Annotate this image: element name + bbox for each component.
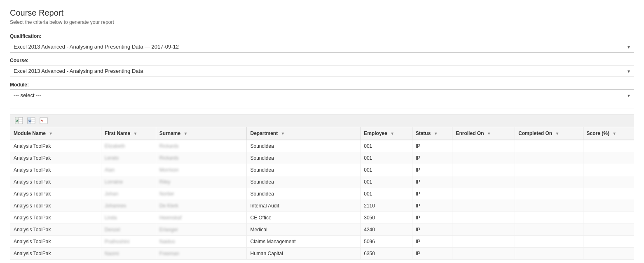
cell-module_name: Analysis ToolPak xyxy=(10,176,101,188)
cell-first_name: Alan xyxy=(101,164,156,176)
cell-score xyxy=(583,164,634,176)
filter-icon-module[interactable]: ▼ xyxy=(49,131,53,136)
cell-first_name: Prathoshini xyxy=(101,236,156,248)
filter-icon-department[interactable]: ▼ xyxy=(281,131,285,136)
qualification-select[interactable]: Excel 2013 Advanced - Analysing and Pres… xyxy=(10,41,634,53)
cell-module_name: Analysis ToolPak xyxy=(10,236,101,248)
cell-first_name: Linda xyxy=(101,212,156,224)
cell-department: Internal Audit xyxy=(247,200,361,212)
cell-module_name: Analysis ToolPak xyxy=(10,224,101,236)
table-row: Analysis ToolPakPrathoshiniNaidooClaims … xyxy=(10,236,634,248)
cell-status: IP xyxy=(412,140,452,152)
cell-score xyxy=(583,140,634,152)
cell-department: Soundidea xyxy=(247,140,361,152)
cell-enrolled_on xyxy=(452,140,515,152)
data-table-container: Module Name ▼ First Name ▼ Surname ▼ Dep… xyxy=(10,127,634,260)
cell-first_name: Lerato xyxy=(101,152,156,164)
col-header-department: Department ▼ xyxy=(247,127,361,140)
cell-score xyxy=(583,212,634,224)
module-section: Module: --- select --- xyxy=(10,82,634,101)
filter-icon-surname[interactable]: ▼ xyxy=(184,131,188,136)
filter-icon-enrolled[interactable]: ▼ xyxy=(487,131,491,136)
table-row: Analysis ToolPakDenzelErlangerMedical424… xyxy=(10,224,634,236)
col-header-employee: Employee ▼ xyxy=(361,127,412,140)
module-select-wrapper[interactable]: --- select --- xyxy=(10,89,634,101)
cell-status: IP xyxy=(412,200,452,212)
cell-score xyxy=(583,176,634,188)
cell-enrolled_on xyxy=(452,236,515,248)
cell-completed_on xyxy=(515,152,583,164)
table-row: Analysis ToolPakAlanMorrisonSoundidea001… xyxy=(10,164,634,176)
course-select-wrapper[interactable]: Excel 2013 Advanced - Analysing and Pres… xyxy=(10,65,634,77)
cell-score xyxy=(583,224,634,236)
cell-status: IP xyxy=(412,224,452,236)
module-select[interactable]: --- select --- xyxy=(10,89,634,101)
cell-enrolled_on xyxy=(452,212,515,224)
cell-module_name: Analysis ToolPak xyxy=(10,140,101,152)
col-header-enrolled: Enrolled On ▼ xyxy=(452,127,515,140)
export-pdf-icon[interactable]: ✎ xyxy=(39,117,48,124)
qualification-select-wrapper[interactable]: Excel 2013 Advanced - Analysing and Pres… xyxy=(10,41,634,53)
cell-surname: De Klerk xyxy=(156,200,247,212)
col-header-module: Module Name ▼ xyxy=(10,127,101,140)
cell-module_name: Analysis ToolPak xyxy=(10,200,101,212)
filter-icon-firstname[interactable]: ▼ xyxy=(133,131,137,136)
page-title: Course Report xyxy=(10,8,634,18)
module-label: Module: xyxy=(10,82,634,88)
cell-module_name: Analysis ToolPak xyxy=(10,152,101,164)
cell-module_name: Analysis ToolPak xyxy=(10,212,101,224)
table-row: Analysis ToolPakLindaHeemskafCE Office30… xyxy=(10,212,634,224)
cell-completed_on xyxy=(515,164,583,176)
cell-score xyxy=(583,248,634,260)
cell-enrolled_on xyxy=(452,176,515,188)
table-row: Analysis ToolPakLorraineRileySoundidea00… xyxy=(10,176,634,188)
page-container: Course Report Select the criteria below … xyxy=(0,0,644,263)
cell-completed_on xyxy=(515,248,583,260)
cell-score xyxy=(583,188,634,200)
export-word-icon[interactable]: W xyxy=(27,117,36,124)
table-row: Analysis ToolPakNaomiFreemanHuman Capita… xyxy=(10,248,634,260)
cell-department: Human Capital xyxy=(247,248,361,260)
filter-icon-status[interactable]: ▼ xyxy=(434,131,438,136)
svg-text:X: X xyxy=(16,119,19,123)
export-excel-icon[interactable]: X xyxy=(14,117,23,124)
course-section: Course: Excel 2013 Advanced - Analysing … xyxy=(10,58,634,77)
cell-surname: Nortier xyxy=(156,188,247,200)
cell-status: IP xyxy=(412,248,452,260)
cell-employee: 001 xyxy=(361,176,412,188)
cell-surname: Rickards xyxy=(156,152,247,164)
cell-surname: Heemskaf xyxy=(156,212,247,224)
course-select[interactable]: Excel 2013 Advanced - Analysing and Pres… xyxy=(10,65,634,77)
cell-employee: 001 xyxy=(361,152,412,164)
table-body: Analysis ToolPakElizabethRickardsSoundid… xyxy=(10,140,634,260)
filter-icon-completed[interactable]: ▼ xyxy=(555,131,559,136)
col-header-surname: Surname ▼ xyxy=(156,127,247,140)
cell-surname: Morrison xyxy=(156,164,247,176)
cell-completed_on xyxy=(515,188,583,200)
table-row: Analysis ToolPakLeratoRickardsSoundidea0… xyxy=(10,152,634,164)
cell-module_name: Analysis ToolPak xyxy=(10,164,101,176)
cell-enrolled_on xyxy=(452,164,515,176)
cell-employee: 6350 xyxy=(361,248,412,260)
cell-department: CE Office xyxy=(247,212,361,224)
cell-status: IP xyxy=(412,188,452,200)
cell-completed_on xyxy=(515,140,583,152)
cell-surname: Erlanger xyxy=(156,224,247,236)
cell-employee: 2110 xyxy=(361,200,412,212)
cell-first_name: Lorraine xyxy=(101,176,156,188)
cell-employee: 4240 xyxy=(361,224,412,236)
table-header-row: Module Name ▼ First Name ▼ Surname ▼ Dep… xyxy=(10,127,634,140)
section-divider xyxy=(10,109,634,109)
cell-surname: Freeman xyxy=(156,248,247,260)
cell-status: IP xyxy=(412,212,452,224)
col-header-completed: Completed On ▼ xyxy=(515,127,583,140)
cell-enrolled_on xyxy=(452,248,515,260)
svg-text:✎: ✎ xyxy=(41,119,43,122)
filter-icon-score[interactable]: ▼ xyxy=(612,131,616,136)
qualification-section: Qualification: Excel 2013 Advanced - Ana… xyxy=(10,33,634,53)
cell-department: Soundidea xyxy=(247,152,361,164)
cell-module_name: Analysis ToolPak xyxy=(10,188,101,200)
cell-employee: 001 xyxy=(361,164,412,176)
course-label: Course: xyxy=(10,58,634,63)
filter-icon-employee[interactable]: ▼ xyxy=(390,131,394,136)
